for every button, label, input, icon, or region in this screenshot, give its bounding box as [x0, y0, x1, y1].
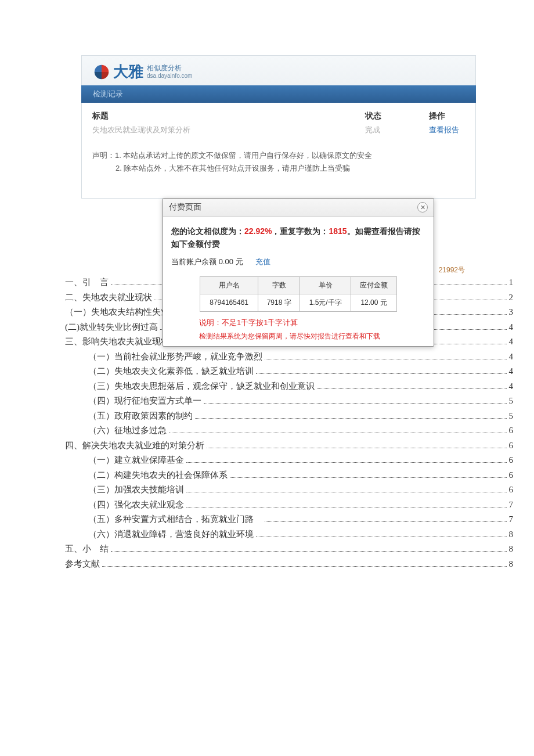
toc-page: 4	[509, 334, 514, 350]
toc-page: 5	[509, 409, 514, 424]
toc-label: （四）强化农夫就业观念	[65, 498, 184, 513]
result-mid: ，重复字数为：	[272, 226, 329, 236]
toc-dots	[317, 383, 507, 389]
brand-sub-wrap: 相似度分析 dsa.dayainfo.com	[147, 64, 192, 78]
dup-words-value: 1815	[329, 226, 347, 236]
toc-dots	[256, 368, 507, 375]
app-header: 大雅 相似度分析 dsa.dayainfo.com	[81, 55, 476, 85]
toc-page: 7	[509, 512, 514, 527]
result-line: 您的论文相似度为：22.92%，重复字数为：1815。如需查看报告请按如下金额付…	[171, 225, 425, 251]
toc-row: （三）失地农夫思想落后，观念保守，缺乏就业和创业意识4	[65, 379, 513, 394]
toc-label: （一）建立就业保障基金	[65, 453, 184, 468]
toc-label: 参考文献	[65, 557, 100, 572]
toc-dots	[256, 531, 507, 537]
td-amount: 12.00 元	[351, 294, 397, 311]
toc-dots	[195, 412, 507, 419]
footer-hint: 21992号	[439, 265, 465, 275]
th-amount: 应付金额	[351, 276, 397, 294]
toc-row: （二）构建失地农夫的社会保障体系6	[65, 468, 513, 483]
toc-row: （四）现行征地安置方式单一5	[65, 394, 513, 409]
brand-url: dsa.dayainfo.com	[147, 73, 192, 79]
nav-bar: 检测记录	[81, 85, 476, 103]
toc-label: （四）现行征地安置方式单一	[65, 394, 201, 409]
toc-label: 一、引 言	[65, 275, 109, 290]
toc-label: (二)就业转失业比例过高	[65, 320, 158, 335]
logo-row: 大雅 相似度分析 dsa.dayainfo.com	[93, 62, 464, 82]
toc-page: 5	[509, 394, 514, 409]
toc-row: （六）消退就业障碍，营造良好的就业环境8	[65, 527, 513, 542]
toc-page: 2	[509, 290, 514, 305]
close-icon[interactable]: ✕	[417, 202, 428, 213]
toc-row: （五）多种安置方式相结合，拓宽就业门路 7	[65, 512, 513, 527]
td-user: 8794165461	[200, 294, 258, 311]
col-action: 操作	[429, 111, 465, 121]
toc-page: 6	[509, 483, 514, 498]
toc-label: （六）消退就业障碍，营造良好的就业环境	[65, 527, 254, 542]
toc-dots	[230, 471, 507, 478]
logo-icon	[93, 64, 110, 80]
th-words: 字数	[258, 276, 300, 294]
toc-row: 参考文献8	[65, 557, 513, 572]
toc-label: 四、解决失地农夫就业难的对策分析	[65, 438, 204, 453]
toc-row: （四）强化农夫就业观念7	[65, 498, 513, 513]
pay-table: 用户名 字数 单价 应付金额 8794165461 7918 字 1.5元/千字…	[200, 276, 397, 312]
toc-row: （六）征地过多过急6	[65, 423, 513, 438]
toc-page: 3	[509, 305, 514, 320]
statement-line1: 声明：1. 本站点承诺对上传的原文不做保留，请用户自行保存好，以确保原文的安全	[92, 151, 372, 160]
toc-page: 8	[509, 557, 514, 572]
toc-page: 6	[509, 468, 514, 483]
toc-dots	[186, 487, 507, 493]
modal-title: 付费页面	[169, 202, 201, 213]
view-report-link[interactable]: 查看报告	[429, 125, 465, 135]
recharge-link[interactable]: 充值	[255, 257, 270, 266]
content-area: 标题 状态 操作 失地农民就业现状及对策分析 完成 查看报告 声明：1. 本站点…	[81, 103, 476, 199]
toc-page: 7	[509, 498, 514, 513]
toc-page: 6	[509, 423, 514, 438]
payment-modal: 付费页面 ✕ 您的论文相似度为：22.92%，重复字数为：1815。如需查看报告…	[163, 198, 434, 347]
nav-item-records[interactable]: 检测记录	[93, 89, 123, 98]
toc-page: 4	[509, 350, 514, 365]
balance-value: 0.00 元	[219, 257, 243, 266]
toc-dots	[265, 516, 507, 523]
toc-page: 1	[509, 275, 514, 290]
toc-dots	[186, 457, 507, 463]
list-row: 失地农民就业现状及对策分析 完成 查看报告	[92, 125, 465, 135]
row-status: 完成	[365, 125, 429, 135]
brand-name: 大雅	[113, 62, 143, 82]
toc-dots	[169, 427, 507, 434]
toc-page: 6	[509, 453, 514, 468]
toc-label: （二）失地农夫文化素养低，缺乏就业培训	[65, 364, 254, 379]
toc-page: 8	[509, 542, 514, 557]
toc-row: （二）失地农夫文化素养低，缺乏就业培训4	[65, 364, 513, 379]
modal-body: 您的论文相似度为：22.92%，重复字数为：1815。如需查看报告请按如下金额付…	[163, 217, 434, 346]
toc-label: （三）失地农夫思想落后，观念保守，缺乏就业和创业意识	[65, 379, 315, 394]
list-header: 标题 状态 操作	[92, 111, 465, 121]
col-title: 标题	[92, 111, 365, 121]
toc-label: 五、小 结	[65, 542, 109, 557]
toc-page: 4	[509, 320, 514, 335]
toc-dots	[204, 398, 507, 404]
brand-sub: 相似度分析	[147, 64, 192, 72]
toc-label: 二、失地农夫就业现状	[65, 290, 152, 305]
td-words: 7918 字	[258, 294, 300, 311]
toc-label: （五）多种安置方式相结合，拓宽就业门路	[65, 512, 262, 527]
toc-dots	[207, 442, 507, 448]
toc-label: （六）征地过多过急	[65, 423, 167, 438]
th-user: 用户名	[200, 276, 258, 294]
toc-row: （五）政府政策因素的制约5	[65, 409, 513, 424]
result-prefix: 您的论文相似度为：	[171, 226, 244, 236]
td-price: 1.5元/千字	[300, 294, 351, 311]
balance-line: 当前账户余额 0.00 元 充值	[171, 257, 425, 267]
toc-row: 五、小 结8	[65, 542, 513, 557]
statement: 声明：1. 本站点承诺对上传的原文不做保留，请用户自行保存好，以确保原文的安全 …	[92, 149, 465, 175]
toc-dots	[186, 501, 507, 507]
toc-dots	[111, 546, 507, 552]
statement-line2: 2. 除本站点外，大雅不在其他任何站点开设服务，请用户谨防上当受骗	[92, 162, 465, 175]
toc-page: 4	[509, 379, 514, 394]
balance-label: 当前账户余额	[171, 257, 217, 266]
toc-row: （一）当前社会就业形势严峻，就业竞争激烈4	[65, 350, 513, 365]
toc-label: （三）加强农夫技能培训	[65, 483, 184, 498]
col-status: 状态	[365, 111, 429, 121]
toc-page: 8	[509, 527, 514, 542]
toc-page: 6	[509, 438, 514, 453]
